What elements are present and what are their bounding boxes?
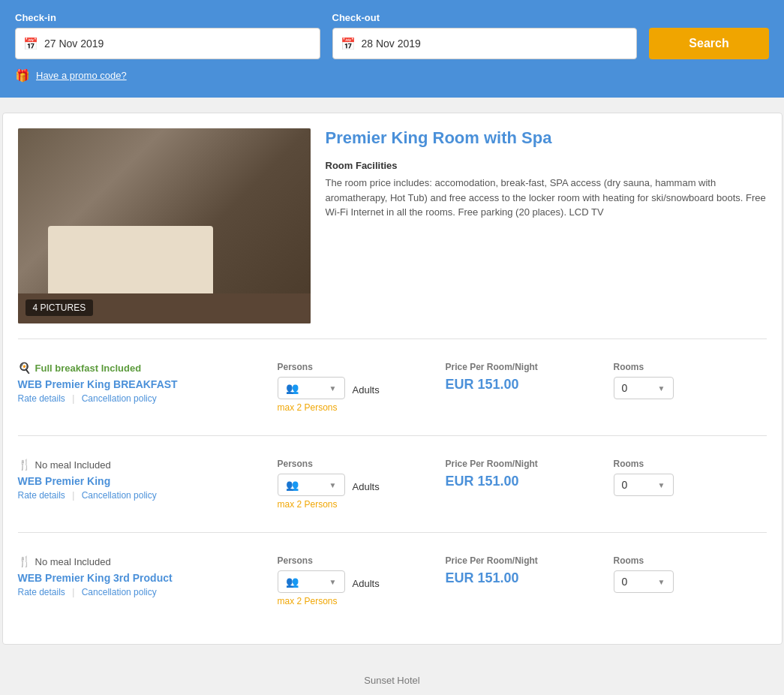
room-info: Premier King Room with Spa Room Faciliti… bbox=[326, 128, 767, 323]
checkout-input-wrapper[interactable]: 📅 bbox=[332, 28, 638, 59]
adults-label-2: Adults bbox=[353, 578, 380, 589]
footer: Sunset Hotel bbox=[0, 660, 784, 695]
rate-section-0: 🍳 Full breakfast Included WEB Premier Ki… bbox=[18, 338, 767, 435]
cancellation-link-0[interactable]: Cancellation policy bbox=[82, 393, 157, 404]
search-button[interactable]: Search bbox=[649, 28, 769, 59]
persons-row-0: 👥 ▼ Adults bbox=[278, 377, 431, 399]
rooms-select-0[interactable]: 0 ▼ bbox=[614, 377, 674, 399]
rooms-col-2: Rooms 0 ▼ bbox=[614, 555, 767, 593]
price-col-label-1: Price Per Room/Night bbox=[446, 459, 599, 469]
rate-details-link-2[interactable]: Rate details bbox=[18, 587, 65, 597]
rate-links-1: Rate details | Cancellation policy bbox=[18, 490, 263, 501]
rooms-col-label-0: Rooms bbox=[614, 362, 767, 372]
facilities-label: Room Facilities bbox=[326, 160, 767, 171]
persons-persons-icon-2: 👥 bbox=[286, 576, 299, 588]
room-image-inner bbox=[18, 128, 311, 323]
rooms-chevron-icon-2: ▼ bbox=[658, 578, 665, 586]
price-value-2: EUR 151.00 bbox=[446, 570, 599, 586]
adults-label-0: Adults bbox=[353, 384, 380, 396]
rate-info-col-0: 🍳 Full breakfast Included WEB Premier Ki… bbox=[18, 362, 263, 404]
rooms-value-1: 0 bbox=[622, 479, 628, 491]
room-title: Premier King Room with Spa bbox=[326, 128, 767, 148]
persons-select-1[interactable]: 👥 ▼ bbox=[278, 474, 345, 496]
checkout-calendar-icon: 📅 bbox=[341, 37, 356, 51]
rate-cols-0: Persons 👥 ▼ Adults max 2 Persons Price P… bbox=[278, 362, 767, 413]
rate-name-2[interactable]: WEB Premier King 3rd Product bbox=[18, 572, 263, 584]
persons-persons-icon-0: 👥 bbox=[286, 382, 299, 394]
cancellation-link-1[interactable]: Cancellation policy bbox=[82, 490, 157, 501]
rooms-chevron-icon-0: ▼ bbox=[658, 384, 665, 393]
persons-col-2: Persons 👥 ▼ Adults max 2 Persons bbox=[278, 555, 431, 606]
persons-col-label-0: Persons bbox=[278, 362, 431, 372]
rate-cols-2: Persons 👥 ▼ Adults max 2 Persons Price P… bbox=[278, 555, 767, 606]
persons-chevron-icon-1: ▼ bbox=[329, 481, 337, 489]
room-header: 4 PICTURES Premier King Room with Spa Ro… bbox=[18, 128, 767, 323]
meal-icon-2: 🍴 bbox=[18, 555, 31, 567]
rate-info-col-2: 🍴 No meal Included WEB Premier King 3rd … bbox=[18, 555, 263, 597]
meal-badge-1: 🍴 No meal Included bbox=[18, 459, 263, 471]
meal-icon-1: 🍴 bbox=[18, 459, 31, 471]
rate-name-1[interactable]: WEB Premier King bbox=[18, 475, 263, 487]
rate-details-link-0[interactable]: Rate details bbox=[18, 393, 65, 404]
persons-select-0[interactable]: 👥 ▼ bbox=[278, 377, 345, 399]
rate-full-row-1: 🍴 No meal Included WEB Premier King Rate… bbox=[18, 448, 767, 520]
rooms-col-label-1: Rooms bbox=[614, 459, 767, 469]
rooms-value-2: 0 bbox=[622, 576, 628, 588]
promo-row: 🎁 Have a promo code? bbox=[15, 68, 769, 83]
rate-section-2: 🍴 No meal Included WEB Premier King 3rd … bbox=[18, 532, 767, 629]
rooms-select-1[interactable]: 0 ▼ bbox=[614, 474, 674, 496]
price-col-2: Price Per Room/Night EUR 151.00 bbox=[446, 555, 599, 586]
checkout-group: Check-out 📅 bbox=[332, 12, 638, 59]
meal-badge-0: 🍳 Full breakfast Included bbox=[18, 362, 263, 374]
persons-chevron-icon-2: ▼ bbox=[329, 578, 337, 586]
price-col-label-2: Price Per Room/Night bbox=[446, 555, 599, 566]
price-col-label-0: Price Per Room/Night bbox=[446, 362, 599, 372]
checkin-calendar-icon: 📅 bbox=[23, 37, 38, 51]
checkin-input[interactable] bbox=[44, 38, 312, 50]
main-content: 4 PICTURES Premier King Room with Spa Ro… bbox=[2, 113, 782, 645]
pictures-badge[interactable]: 4 PICTURES bbox=[26, 299, 94, 316]
rooms-value-0: 0 bbox=[622, 382, 628, 394]
cancellation-link-2[interactable]: Cancellation policy bbox=[82, 587, 157, 597]
meal-label-2: No meal Included bbox=[35, 556, 111, 567]
rooms-select-2[interactable]: 0 ▼ bbox=[614, 570, 674, 593]
persons-select-2[interactable]: 👥 ▼ bbox=[278, 570, 345, 593]
persons-chevron-icon-0: ▼ bbox=[329, 384, 337, 393]
footer-label: Sunset Hotel bbox=[364, 675, 419, 686]
rate-name-0[interactable]: WEB Premier King BREAKFAST bbox=[18, 378, 263, 390]
date-search-row: Check-in 📅 Check-out 📅 Search bbox=[15, 12, 769, 59]
rate-details-link-1[interactable]: Rate details bbox=[18, 490, 65, 501]
promo-link[interactable]: Have a promo code? bbox=[36, 70, 127, 81]
checkout-label: Check-out bbox=[332, 12, 638, 23]
rate-cols-1: Persons 👥 ▼ Adults max 2 Persons Price P… bbox=[278, 459, 767, 510]
room-image bbox=[18, 128, 311, 323]
meal-badge-2: 🍴 No meal Included bbox=[18, 555, 263, 567]
checkin-group: Check-in 📅 bbox=[15, 12, 320, 59]
rate-links-2: Rate details | Cancellation policy bbox=[18, 587, 263, 597]
meal-label-1: No meal Included bbox=[35, 459, 111, 471]
persons-col-label-2: Persons bbox=[278, 555, 431, 566]
price-col-1: Price Per Room/Night EUR 151.00 bbox=[446, 459, 599, 489]
rate-links-0: Rate details | Cancellation policy bbox=[18, 393, 263, 404]
rate-full-row-2: 🍴 No meal Included WEB Premier King 3rd … bbox=[18, 545, 767, 617]
checkout-input[interactable] bbox=[362, 38, 629, 50]
facilities-text: The room price includes: accomodation, b… bbox=[326, 176, 767, 220]
header-bar: Check-in 📅 Check-out 📅 Search 🎁 Have a p… bbox=[0, 0, 784, 98]
max-persons-2: max 2 Persons bbox=[278, 596, 431, 606]
adults-label-1: Adults bbox=[353, 481, 380, 492]
persons-col-label-1: Persons bbox=[278, 459, 431, 469]
price-value-0: EUR 151.00 bbox=[446, 377, 599, 393]
rooms-col-label-2: Rooms bbox=[614, 555, 767, 566]
checkin-input-wrapper[interactable]: 📅 bbox=[15, 28, 320, 59]
rooms-col-1: Rooms 0 ▼ bbox=[614, 459, 767, 496]
persons-persons-icon-1: 👥 bbox=[286, 479, 299, 491]
max-persons-1: max 2 Persons bbox=[278, 499, 431, 510]
persons-col-1: Persons 👥 ▼ Adults max 2 Persons bbox=[278, 459, 431, 510]
rate-links-sep-2: | bbox=[72, 587, 74, 597]
meal-icon-0: 🍳 bbox=[18, 362, 31, 374]
rates-container: 🍳 Full breakfast Included WEB Premier Ki… bbox=[18, 338, 767, 629]
max-persons-0: max 2 Persons bbox=[278, 402, 431, 413]
room-image-container: 4 PICTURES bbox=[18, 128, 311, 323]
rate-section-1: 🍴 No meal Included WEB Premier King Rate… bbox=[18, 435, 767, 532]
checkin-label: Check-in bbox=[15, 12, 320, 23]
